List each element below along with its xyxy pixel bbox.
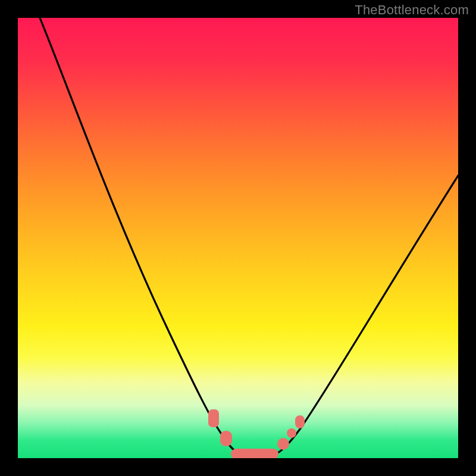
right-marker-1: [277, 438, 289, 450]
right-marker-3: [295, 415, 305, 428]
right-marker-2: [287, 428, 296, 438]
bottom-marker: [231, 449, 278, 458]
plot-area: [18, 18, 458, 458]
bottleneck-curve: [40, 18, 458, 455]
watermark-text: TheBottleneck.com: [355, 2, 469, 18]
left-marker-1: [208, 409, 219, 427]
chart-svg: [18, 18, 458, 458]
chart-frame: TheBottleneck.com: [0, 0, 476, 476]
left-marker-3: [220, 431, 232, 446]
